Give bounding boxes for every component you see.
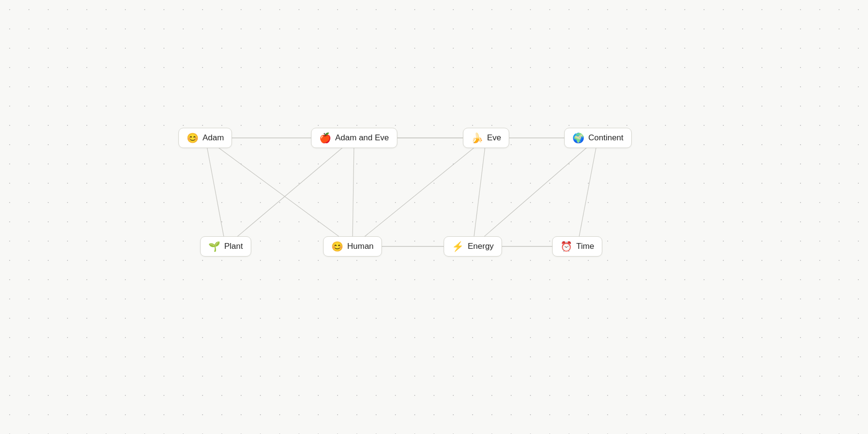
element-label-human: Human: [347, 242, 374, 251]
craft-canvas[interactable]: 😊Adam🍎Adam and Eve🍌Eve🌍Continent🌱Plant😊H…: [0, 0, 868, 434]
element-emoji-continent: 🌍: [572, 133, 584, 143]
element-label-energy: Energy: [468, 242, 494, 251]
element-emoji-energy: ⚡: [452, 242, 464, 251]
element-card-eve[interactable]: 🍌Eve: [463, 128, 509, 148]
element-card-adam_eve[interactable]: 🍎Adam and Eve: [311, 128, 397, 148]
element-card-adam[interactable]: 😊Adam: [178, 128, 232, 148]
element-emoji-plant: 🌱: [208, 242, 220, 251]
element-card-continent[interactable]: 🌍Continent: [564, 128, 632, 148]
element-label-plant: Plant: [224, 242, 243, 251]
element-emoji-adam_eve: 🍎: [319, 133, 331, 143]
element-emoji-adam: 😊: [187, 133, 199, 143]
element-card-time[interactable]: ⏰Time: [552, 236, 602, 257]
element-card-human[interactable]: 😊Human: [323, 236, 382, 257]
element-emoji-eve: 🍌: [471, 133, 483, 143]
element-label-adam_eve: Adam and Eve: [335, 133, 389, 143]
element-label-eve: Eve: [487, 133, 501, 143]
element-label-time: Time: [576, 242, 594, 251]
element-label-continent: Continent: [588, 133, 624, 143]
element-emoji-time: ⏰: [560, 242, 572, 251]
element-card-energy[interactable]: ⚡Energy: [444, 236, 502, 257]
element-emoji-human: 😊: [331, 242, 343, 251]
element-label-adam: Adam: [203, 133, 224, 143]
element-card-plant[interactable]: 🌱Plant: [200, 236, 251, 257]
